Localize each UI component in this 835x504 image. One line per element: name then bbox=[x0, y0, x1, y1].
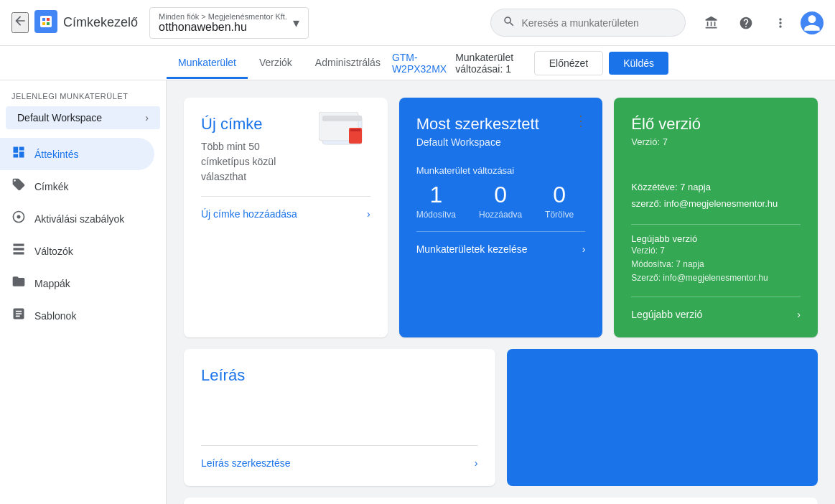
changes-added-count: 0 bbox=[479, 182, 522, 208]
latest-version-num: Verzió: 7 bbox=[631, 244, 801, 258]
most-edited-dots-button[interactable]: ⋮ bbox=[571, 109, 591, 132]
back-button[interactable] bbox=[11, 12, 29, 33]
sidebar-item-valtozok[interactable]: Változók bbox=[0, 235, 154, 267]
sidebar-label-attekintes: Áttekintés bbox=[34, 149, 78, 160]
search-input[interactable] bbox=[521, 17, 673, 29]
latest-link-arrow: › bbox=[797, 309, 801, 320]
latest-modified-label: Módosítva: 7 napja bbox=[631, 258, 801, 271]
new-tag-link-arrow: › bbox=[367, 208, 370, 220]
sidebar-label-cimkek: Címkék bbox=[34, 181, 68, 192]
changes-deleted-label: Törölve bbox=[545, 210, 574, 220]
account-selector[interactable]: Minden fiók > Megjelenésmentor Kft. otth… bbox=[149, 7, 309, 39]
preview-button[interactable]: Előnézet bbox=[534, 51, 603, 75]
changes-added-label: Hozzáadva bbox=[479, 210, 522, 220]
tab-verziok[interactable]: Verziók bbox=[248, 48, 304, 79]
live-version-info: Közzétéve: 7 napja szerző: info@megjelen… bbox=[631, 179, 801, 213]
tags-icon bbox=[11, 177, 26, 195]
author-label: szerző: info@megjelenesmentor.hu bbox=[631, 195, 801, 212]
cards-row: Új címke Több mint 50 címketípus közül v… bbox=[184, 98, 818, 337]
publish-button[interactable]: Küldés bbox=[609, 52, 668, 75]
manage-link-arrow: › bbox=[582, 243, 586, 255]
changes-modified: 1 Módosítva bbox=[416, 182, 456, 220]
sidebar-label-aktivalasi-szabalyok: Aktiválási szabályok bbox=[34, 213, 124, 225]
description-card: Leírás Leírás szerkesztése › bbox=[184, 349, 495, 486]
svg-rect-4 bbox=[42, 22, 45, 25]
main-content: Új címke Több mint 50 címketípus közül v… bbox=[167, 80, 835, 504]
account-domain: otthonaweben.hu bbox=[159, 21, 247, 33]
changes-modified-label: Módosítva bbox=[416, 210, 456, 220]
sidebar-item-cimkek[interactable]: Címkék bbox=[0, 170, 154, 202]
more-button[interactable] bbox=[766, 9, 795, 37]
workspace-name: Default Workspace bbox=[17, 112, 102, 123]
top-header: Címkekezelő Minden fiók > Megjelenésment… bbox=[0, 0, 835, 46]
sidebar-label-valtozok: Változók bbox=[34, 246, 73, 257]
folders-icon bbox=[11, 274, 26, 292]
changes-row: 1 Módosítva 0 Hozzáadva 0 Törölve bbox=[416, 182, 586, 220]
sidebar-item-sablonok[interactable]: Sablonok bbox=[0, 299, 154, 332]
published-label: Közzétéve: 7 napja bbox=[631, 179, 801, 195]
workspace-selector[interactable]: Default Workspace › bbox=[6, 106, 160, 129]
most-edited-subtitle: Default Workspace bbox=[416, 136, 586, 148]
header-icons bbox=[697, 9, 824, 37]
workspace-changes-section: Munkaterület változásai Név ↑ Típus Módo… bbox=[184, 498, 818, 504]
svg-rect-3 bbox=[47, 18, 50, 21]
variables-icon bbox=[11, 242, 26, 260]
live-version-title: Élő verzió bbox=[631, 115, 801, 134]
most-edited-card: ⋮ Most szerkesztett Default Workspace Mu… bbox=[399, 98, 603, 337]
new-tag-link[interactable]: Új címke hozzáadása › bbox=[201, 196, 370, 220]
apps-button[interactable] bbox=[697, 9, 726, 37]
sidebar-label-mappak: Mappák bbox=[34, 278, 70, 289]
description-title: Leírás bbox=[201, 366, 478, 385]
svg-rect-1 bbox=[40, 16, 52, 27]
changes-section-title: Munkaterület változásai bbox=[416, 165, 586, 176]
sidebar-item-mappak[interactable]: Mappák bbox=[0, 267, 154, 299]
page-layout: JELENLEGI MUNKATERÜLET Default Workspace… bbox=[0, 80, 835, 504]
svg-rect-5 bbox=[47, 22, 50, 25]
avatar[interactable] bbox=[801, 11, 824, 34]
nav-tabs: Munkaterület Verziók Adminisztrálás GTM-… bbox=[0, 46, 835, 80]
changes-added: 0 Hozzáadva bbox=[479, 182, 522, 220]
workspace-section-label: JELENLEGI MUNKATERÜLET bbox=[0, 92, 166, 106]
live-version-num: Verzió: 7 bbox=[631, 136, 801, 147]
changes-table-header: Munkaterület változásai bbox=[184, 498, 818, 504]
triggers-icon bbox=[11, 210, 26, 228]
latest-author-label: Szerző: info@megjelenesmentor.hu bbox=[631, 271, 801, 285]
svg-point-6 bbox=[17, 215, 21, 219]
live-version-card: Élő verzió Verzió: 7 Közzétéve: 7 napja … bbox=[614, 98, 818, 337]
changes-modified-count: 1 bbox=[416, 182, 456, 208]
sidebar-item-aktivalasi-szabalyok[interactable]: Aktiválási szabályok bbox=[0, 202, 154, 235]
description-link-arrow: › bbox=[475, 457, 478, 469]
svg-rect-2 bbox=[42, 18, 45, 21]
workspace-arrow-icon: › bbox=[145, 112, 149, 123]
second-cards-row: Leírás Leírás szerkesztése › bbox=[184, 349, 818, 486]
changes-deleted: 0 Törölve bbox=[545, 182, 574, 220]
most-edited-title: Most szerkesztett bbox=[416, 115, 586, 134]
gtm-id: GTM-W2PX32MX bbox=[392, 52, 447, 75]
workspace-manage-link[interactable]: Munkaterületek kezelése › bbox=[416, 231, 586, 255]
tab-adminisztralas[interactable]: Adminisztrálás bbox=[304, 48, 392, 79]
new-tag-subtitle: Több mint 50 címketípus közül választhat bbox=[201, 139, 302, 185]
sidebar-label-sablonok: Sablonok bbox=[34, 310, 76, 322]
latest-version-title: Legújabb verzió bbox=[631, 233, 801, 244]
tag-illustration bbox=[319, 112, 376, 155]
placeholder-card bbox=[507, 349, 818, 486]
search-box[interactable] bbox=[490, 9, 686, 37]
svg-rect-9 bbox=[322, 116, 362, 121]
sidebar-item-attekintes[interactable]: Áttekintés bbox=[0, 138, 154, 170]
latest-version-link[interactable]: Legújabb verzió › bbox=[631, 297, 801, 320]
new-tag-card: Új címke Több mint 50 címketípus közül v… bbox=[184, 98, 388, 337]
tab-munkaterulet[interactable]: Munkaterület bbox=[167, 48, 248, 79]
overview-icon bbox=[11, 145, 26, 163]
app-logo bbox=[34, 10, 57, 35]
account-breadcrumb: Minden fiók > Megjelenésmentor Kft. bbox=[159, 12, 287, 21]
app-title: Címkekezelő bbox=[63, 15, 138, 30]
changes-deleted-count: 0 bbox=[545, 182, 574, 208]
latest-version-section: Legújabb verzió Verzió: 7 Módosítva: 7 n… bbox=[631, 224, 801, 286]
account-chevron-icon: ▾ bbox=[293, 15, 299, 31]
workspace-changes-count: Munkaterület változásai: 1 bbox=[455, 52, 523, 75]
description-edit-link[interactable]: Leírás szerkesztése › bbox=[201, 445, 478, 469]
templates-icon bbox=[11, 307, 26, 325]
help-button[interactable] bbox=[732, 9, 760, 37]
svg-rect-11 bbox=[350, 129, 360, 131]
search-icon bbox=[503, 15, 516, 30]
